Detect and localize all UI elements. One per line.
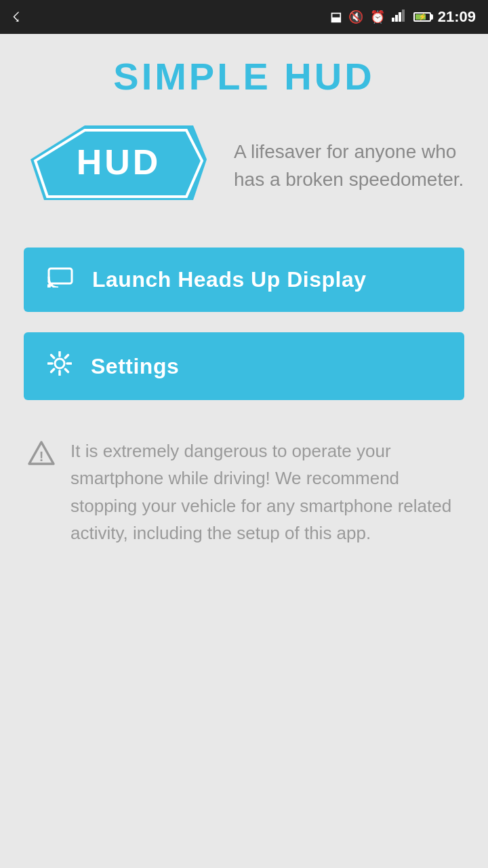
hud-logo: HUD (24, 119, 214, 214)
usb-icon: ☇ (12, 9, 20, 25)
gear-icon (47, 351, 72, 381)
main-content: SIMPLE HUD HUD A lifesaver for anyone wh… (0, 34, 488, 580)
svg-line-16 (65, 355, 68, 358)
battery-icon: ⚡ (413, 12, 431, 22)
svg-text:!: ! (39, 449, 44, 464)
settings-button[interactable]: Settings (24, 332, 464, 400)
svg-rect-2 (399, 12, 401, 22)
svg-line-14 (52, 355, 54, 358)
svg-point-9 (55, 359, 64, 368)
bluetooth-icon: ⬓ (330, 9, 342, 24)
cast-icon (47, 267, 73, 293)
warning-section: ! It is extremely dangerous to operate y… (24, 431, 464, 553)
svg-rect-3 (402, 9, 405, 22)
svg-rect-0 (392, 18, 394, 22)
signal-icon (392, 9, 407, 25)
svg-rect-7 (49, 269, 72, 283)
svg-text:HUD: HUD (77, 142, 161, 182)
app-title: SIMPLE HUD (24, 54, 464, 98)
status-time: 21:09 (438, 8, 476, 26)
mute-icon: 🔇 (348, 9, 363, 24)
svg-line-15 (65, 369, 68, 372)
warning-icon: ! (27, 440, 56, 472)
launch-button-label: Launch Heads Up Display (92, 267, 366, 292)
status-bar: ☇ ⬓ 🔇 ⏰ ⚡ 21:09 (0, 0, 488, 34)
tagline: A lifesaver for anyone who has a broken … (234, 138, 464, 193)
warning-text: It is extremely dangerous to operate you… (70, 437, 461, 547)
settings-button-label: Settings (91, 354, 179, 379)
svg-line-17 (52, 369, 54, 372)
svg-rect-1 (395, 15, 398, 22)
hero-section: HUD A lifesaver for anyone who has a bro… (24, 119, 464, 214)
launch-button[interactable]: Launch Heads Up Display (24, 248, 464, 312)
alarm-icon: ⏰ (370, 9, 385, 24)
